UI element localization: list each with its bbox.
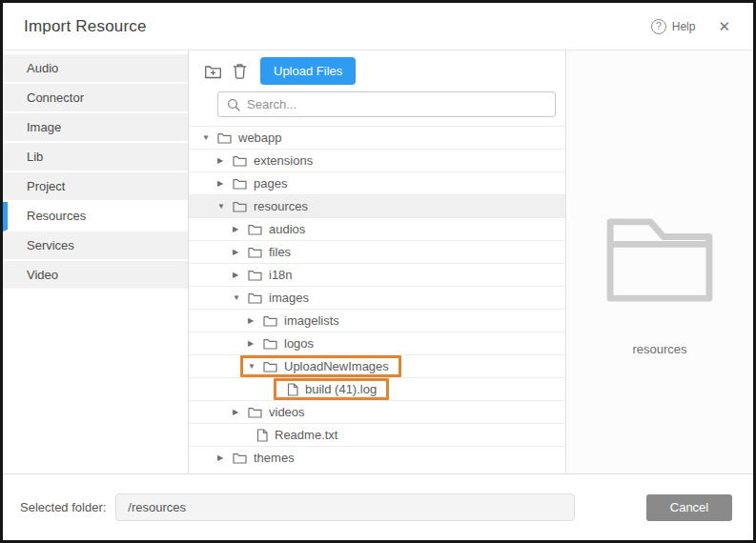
folder-icon: [233, 200, 247, 212]
tree-row-themes[interactable]: ▶ themes: [189, 446, 565, 469]
help-button[interactable]: ? Help: [651, 19, 696, 34]
tree-row-label: build (41).log: [305, 382, 377, 396]
search-input[interactable]: [247, 97, 546, 111]
sidebar-item-resources[interactable]: Resources: [3, 202, 188, 231]
new-folder-button[interactable]: [204, 64, 222, 79]
tree-row-readme-txt[interactable]: Readme.txt: [189, 423, 565, 446]
folder-icon: [248, 269, 262, 281]
tree-row-label: extensions: [254, 153, 313, 168]
sidebar-item-label: Services: [27, 238, 74, 252]
tree-row-label: videos: [269, 405, 305, 419]
folder-icon: [248, 406, 262, 418]
toolbar: Upload Files: [189, 50, 565, 91]
large-folder-icon: [603, 214, 716, 304]
expand-arrow-icon[interactable]: ▶: [217, 453, 227, 462]
tree-row-label: imagelists: [284, 313, 339, 328]
tree-row-label: Readme.txt: [275, 428, 337, 442]
sidebar-item-audio[interactable]: Audio: [3, 54, 188, 84]
tree-row-files[interactable]: ▶ files: [189, 240, 565, 263]
dialog-header: Import Resource ? Help ✕: [3, 3, 753, 50]
tree-row-label: pages: [254, 176, 287, 191]
selected-folder-label: Selected folder:: [20, 500, 106, 514]
expand-arrow-icon[interactable]: ▶: [233, 408, 242, 416]
expand-arrow-icon[interactable]: ▶: [248, 316, 257, 325]
tree-row-label: files: [269, 245, 291, 259]
search-icon: [227, 98, 240, 111]
folder-icon: [233, 452, 247, 464]
sidebar-item-services[interactable]: Services: [3, 231, 188, 261]
folder-icon: [263, 314, 277, 327]
tree-row-videos[interactable]: ▶ videos: [189, 400, 565, 423]
sidebar-item-label: Project: [27, 179, 65, 193]
tree-row-pages[interactable]: ▶ pages: [189, 171, 565, 194]
sidebar-item-project[interactable]: Project: [3, 172, 188, 202]
collapse-arrow-icon[interactable]: ▼: [217, 202, 227, 211]
tree-row-logos[interactable]: ▶ logos: [189, 332, 565, 354]
expand-arrow-icon[interactable]: ▶: [248, 339, 257, 348]
tree-row-label: UploadNewImages: [284, 359, 389, 373]
tree-row-uploadnewimages[interactable]: ▼ UploadNewImages: [189, 354, 565, 377]
expand-arrow-icon[interactable]: ▶: [233, 271, 242, 279]
trash-icon: [233, 63, 247, 79]
sidebar-item-label: Audio: [27, 61, 58, 75]
dialog-title: Import Resource: [24, 17, 147, 36]
tree-row-i18n[interactable]: ▶ i18n: [189, 263, 565, 286]
folder-icon: [233, 154, 247, 167]
folder-icon: [248, 223, 262, 235]
collapse-arrow-icon[interactable]: ▼: [233, 293, 242, 302]
tree-row-label: images: [269, 291, 309, 305]
close-icon[interactable]: ✕: [718, 18, 730, 35]
folder-icon: [248, 246, 262, 258]
tree-row-label: webapp: [238, 131, 282, 145]
preview-folder-name: resources: [632, 342, 686, 356]
preview-panel: resources: [566, 50, 753, 473]
tree-row-label: audios: [269, 222, 305, 236]
tree-row-resources[interactable]: ▼ resources: [189, 194, 565, 217]
folder-icon: [263, 360, 277, 372]
expand-arrow-icon[interactable]: ▶: [233, 225, 242, 233]
sidebar-item-connector[interactable]: Connector: [3, 84, 188, 113]
collapse-arrow-icon[interactable]: ▼: [248, 362, 257, 371]
sidebar-item-label: Video: [27, 268, 58, 282]
upload-files-button[interactable]: Upload Files: [260, 57, 356, 85]
expand-arrow-icon[interactable]: ▶: [233, 248, 242, 256]
delete-button[interactable]: [233, 63, 247, 79]
dialog-body: Audio Connector Image Lib Project Resour…: [3, 50, 753, 473]
tree-row-label: i18n: [269, 268, 293, 282]
dialog-footer: Selected folder: Cancel: [3, 473, 753, 540]
tree-row-images[interactable]: ▼ images: [189, 286, 565, 309]
folder-icon: [263, 337, 277, 350]
search-box: [217, 91, 556, 117]
collapse-arrow-icon[interactable]: ▼: [202, 133, 212, 142]
cancel-button[interactable]: Cancel: [646, 494, 732, 521]
tree-row-imagelists[interactable]: ▶ imagelists: [189, 309, 565, 332]
file-icon: [287, 383, 298, 396]
folder-icon: [248, 292, 262, 304]
sidebar-item-label: Connector: [27, 90, 84, 105]
new-folder-icon: [204, 64, 222, 79]
sidebar-item-video[interactable]: Video: [3, 261, 188, 291]
tree-row-label: themes: [254, 451, 295, 465]
sidebar-item-image[interactable]: Image: [3, 113, 188, 143]
tree-row-label: logos: [284, 336, 314, 351]
tree-row-build-41-log[interactable]: build (41).log: [189, 377, 565, 400]
selected-folder-input[interactable]: [115, 493, 575, 521]
folder-icon: [217, 131, 232, 144]
sidebar-item-label: Image: [27, 120, 61, 134]
file-browser-column: Upload Files ▼ webapp ▶: [189, 50, 566, 473]
folder-icon: [233, 177, 247, 190]
sidebar-item-label: Lib: [27, 150, 43, 164]
import-resource-dialog: Import Resource ? Help ✕ Audio Connector…: [0, 0, 756, 543]
help-icon: ?: [651, 19, 666, 34]
help-label: Help: [672, 20, 696, 33]
tree-row-webapp[interactable]: ▼ webapp: [189, 126, 565, 149]
expand-arrow-icon[interactable]: ▶: [217, 179, 227, 188]
file-icon: [256, 429, 268, 442]
tree-row-label: resources: [254, 199, 308, 213]
folder-tree: ▼ webapp ▶ extensions ▶ pages ▼: [189, 126, 565, 473]
expand-arrow-icon[interactable]: ▶: [217, 156, 227, 165]
tree-row-extensions[interactable]: ▶ extensions: [189, 149, 565, 171]
tree-row-audios[interactable]: ▶ audios: [189, 217, 565, 240]
sidebar: Audio Connector Image Lib Project Resour…: [3, 50, 189, 473]
sidebar-item-lib[interactable]: Lib: [3, 143, 188, 172]
